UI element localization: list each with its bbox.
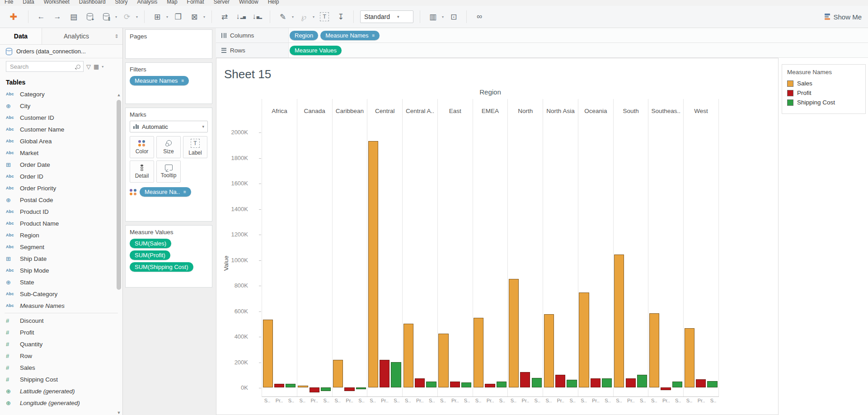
pill-sum-sales[interactable]: SUM(Sales) — [130, 239, 171, 248]
shipping-cost-bar[interactable] — [637, 375, 647, 387]
field-postal-code[interactable]: ⊕Postal Code — [0, 194, 122, 206]
menu-window[interactable]: Window — [239, 0, 258, 5]
legend-item-sales[interactable]: Sales — [787, 80, 860, 87]
menu-file[interactable]: File — [5, 0, 13, 5]
filter-fields-icon[interactable]: ▽ — [86, 63, 91, 70]
column-header-central[interactable]: Central — [367, 99, 402, 116]
field-segment[interactable]: AbcSegment — [0, 241, 122, 253]
show-hide-cards-button[interactable]: ▥ — [426, 10, 440, 23]
shipping-cost-bar[interactable] — [356, 387, 366, 389]
column-header-central-a[interactable]: Central A.. — [403, 99, 437, 116]
field-region[interactable]: AbcRegion — [0, 229, 122, 241]
column-header-southeas[interactable]: Southeas.. — [648, 99, 683, 116]
field-shipping-cost[interactable]: #Shipping Cost — [0, 373, 122, 385]
menu-analysis[interactable]: Analysis — [137, 0, 158, 5]
sales-bar[interactable] — [438, 334, 448, 387]
field-state[interactable]: ⊕State — [0, 276, 122, 288]
view-options-caret-icon[interactable]: ▾ — [102, 65, 103, 69]
sales-bar[interactable] — [649, 313, 659, 387]
profit-bar[interactable] — [485, 384, 495, 387]
field-global-area[interactable]: AbcGlobal Area — [0, 135, 122, 147]
legend-item-shipping-cost[interactable]: Shipping Cost — [787, 99, 860, 106]
presentation-mode-button[interactable]: ⊡ — [446, 10, 461, 23]
column-header-south[interactable]: South — [614, 99, 648, 116]
pill-context-icon[interactable]: ≡ — [181, 78, 184, 83]
sort-descending-button[interactable]: ↓▅▂ — [250, 10, 264, 23]
column-header-caribbean[interactable]: Caribbean — [333, 99, 367, 116]
field-market[interactable]: AbcMarket — [0, 147, 122, 159]
profit-bar[interactable] — [415, 378, 425, 387]
shipping-cost-bar[interactable] — [707, 381, 717, 387]
pill-sum-shipping-cost[interactable]: SUM(Shipping Cost) — [130, 262, 193, 272]
mark-type-dropdown[interactable]: Automatic ▾ — [130, 121, 208, 132]
new-worksheet-button[interactable]: ⊞ — [150, 10, 164, 23]
sales-bar[interactable] — [298, 386, 308, 387]
pill-sum-profit[interactable]: SUM(Profit) — [130, 250, 170, 260]
sales-bar[interactable] — [509, 279, 519, 387]
menu-server[interactable]: Server — [214, 0, 230, 5]
field-order-date[interactable]: ⊞Order Date — [0, 159, 122, 170]
profit-bar[interactable] — [661, 387, 671, 390]
sales-bar[interactable] — [579, 292, 589, 387]
sales-bar[interactable] — [404, 324, 413, 387]
new-data-source-button[interactable]: + — [83, 10, 97, 23]
shipping-cost-bar[interactable] — [672, 382, 682, 387]
search-input[interactable] — [9, 63, 76, 71]
pill-context-icon[interactable]: ≡ — [372, 33, 375, 38]
undo-button[interactable]: ← — [34, 10, 48, 23]
column-header-north[interactable]: North — [508, 99, 543, 116]
save-button[interactable]: ▤ — [66, 10, 81, 23]
menu-dashboard[interactable]: Dashboard — [79, 0, 106, 5]
sort-ascending-button[interactable]: ↓▂▅ — [234, 10, 248, 23]
data-source-item[interactable]: Orders (data_connection... — [0, 45, 122, 58]
menu-story[interactable]: Story — [115, 0, 128, 5]
show-mark-labels-button[interactable]: T — [317, 10, 332, 23]
sales-bar[interactable] — [474, 318, 483, 387]
profit-bar[interactable] — [310, 387, 319, 392]
sales-bar[interactable] — [544, 314, 554, 387]
shipping-cost-bar[interactable] — [602, 378, 612, 387]
column-header-oceania[interactable]: Oceania — [578, 99, 613, 116]
color-legend-icon[interactable] — [130, 189, 137, 195]
sales-bar[interactable] — [368, 141, 378, 387]
scroll-down-icon[interactable]: ▼ — [116, 410, 122, 415]
show-hide-cards-caret-icon[interactable]: ▾ — [442, 15, 444, 19]
field-customer-id[interactable]: AbcCustomer ID — [0, 112, 122, 123]
sales-bar[interactable] — [333, 360, 343, 387]
size-button[interactable]: Size — [156, 136, 181, 158]
menu-data[interactable]: Data — [23, 0, 34, 5]
pill-measure-names[interactable]: Measure Names≡ — [320, 31, 380, 40]
profit-bar[interactable] — [450, 382, 460, 387]
profit-bar[interactable] — [520, 372, 530, 387]
shipping-cost-bar[interactable] — [461, 382, 471, 387]
pause-auto-updates-caret-icon[interactable]: ▾ — [115, 15, 117, 19]
share-workbook-button[interactable]: ∞ — [472, 10, 487, 23]
profit-bar[interactable] — [344, 387, 354, 391]
group-members-button[interactable]: ℘ — [296, 10, 311, 23]
sales-bar[interactable] — [263, 320, 273, 387]
profit-bar[interactable] — [555, 375, 565, 387]
region-column-field-label[interactable]: Region — [262, 88, 719, 96]
shipping-cost-bar[interactable] — [286, 384, 296, 387]
profit-bar[interactable] — [274, 384, 284, 387]
pill-region[interactable]: Region — [290, 31, 318, 40]
pill-measure-na[interactable]: Measure Na..≡ — [140, 187, 191, 197]
field-quantity[interactable]: #Quantity — [0, 338, 122, 350]
scroll-up-icon[interactable]: ▲ — [116, 93, 122, 97]
fit-selector-dropdown[interactable]: Standard▾ — [360, 10, 413, 23]
color-button[interactable]: Color — [130, 136, 154, 158]
column-header-emea[interactable]: EMEA — [473, 99, 508, 116]
duplicate-sheet-button[interactable]: ❐ — [171, 10, 185, 23]
field-order-id[interactable]: AbcOrder ID — [0, 170, 122, 182]
shipping-cost-bar[interactable] — [391, 362, 401, 388]
detail-button[interactable]: Detail — [130, 160, 154, 183]
tooltip-button[interactable]: Tooltip — [156, 160, 181, 183]
redo-button[interactable]: → — [50, 10, 65, 23]
field-profit[interactable]: #Profit — [0, 326, 122, 338]
field-order-priority[interactable]: AbcOrder Priority — [0, 182, 122, 194]
field-longitude-generated[interactable]: ⊕Longitude (generated) — [0, 397, 122, 409]
view-as-grid-icon[interactable]: ▦ — [94, 63, 99, 70]
clear-sheet-caret-icon[interactable]: ▾ — [203, 15, 205, 19]
scrollbar-thumb[interactable] — [117, 100, 121, 290]
swap-rows-columns-button[interactable]: ⇄ — [217, 10, 232, 23]
